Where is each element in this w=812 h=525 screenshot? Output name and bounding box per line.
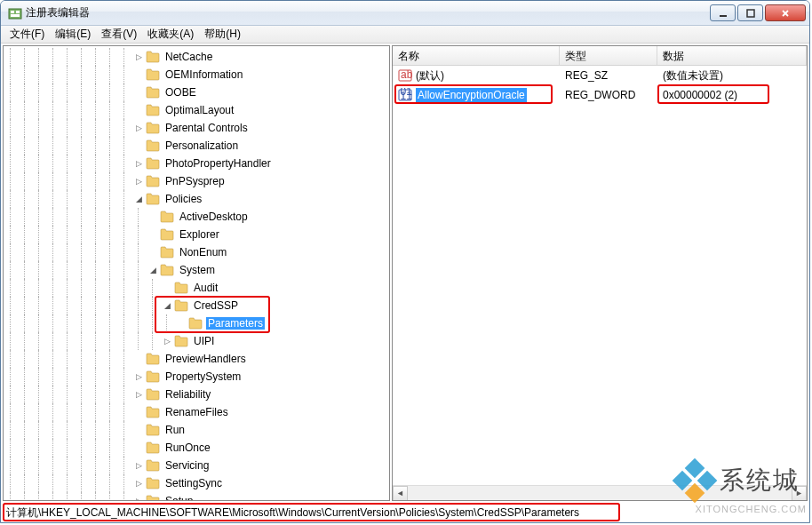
expander-icon[interactable] bbox=[131, 387, 146, 402]
expander-icon[interactable] bbox=[131, 103, 146, 117]
expander-icon[interactable] bbox=[131, 192, 146, 206]
menubar: 文件(F) 编辑(E) 查看(V) 收藏夹(A) 帮助(H) bbox=[1, 26, 809, 44]
tree-label: OOBE bbox=[163, 86, 198, 99]
tree-item-runonce[interactable]: RunOnce bbox=[4, 439, 389, 457]
expander-icon[interactable] bbox=[146, 263, 160, 277]
tree-item-pnpsysprep[interactable]: PnPSysprep bbox=[4, 172, 389, 190]
expander-icon[interactable] bbox=[131, 476, 146, 490]
list-header[interactable]: 名称 类型 数据 bbox=[393, 46, 807, 66]
tree-item-parameters[interactable]: Parameters bbox=[4, 314, 389, 332]
tree-pane[interactable]: NetCacheOEMInformationOOBEOptimalLayoutP… bbox=[3, 45, 390, 501]
menu-favorites[interactable]: 收藏夹(A) bbox=[142, 25, 199, 44]
registry-tree: NetCacheOEMInformationOOBEOptimalLayoutP… bbox=[4, 46, 389, 501]
close-button[interactable] bbox=[765, 4, 806, 21]
tree-item-nonenum[interactable]: NonEnum bbox=[4, 243, 389, 261]
tree-label: NetCache bbox=[163, 51, 214, 63]
expander-icon[interactable] bbox=[131, 174, 146, 188]
horizontal-scrollbar[interactable]: ◄ ► bbox=[393, 485, 807, 500]
tree-item-audit[interactable]: Audit bbox=[4, 279, 389, 297]
svg-rect-0 bbox=[9, 9, 21, 19]
maximize-button[interactable] bbox=[737, 4, 763, 21]
tree-item-oobe[interactable]: OOBE bbox=[4, 84, 389, 101]
app-icon bbox=[8, 6, 22, 20]
tree-label: ActiveDesktop bbox=[178, 211, 250, 223]
tree-item-netcache[interactable]: NetCache bbox=[4, 48, 389, 66]
tree-label: System bbox=[178, 264, 217, 276]
titlebar[interactable]: 注册表编辑器 bbox=[1, 1, 809, 26]
tree-item-oeminformation[interactable]: OEMInformation bbox=[4, 66, 389, 84]
value-row[interactable]: ab(默认)REG_SZ(数值未设置) bbox=[393, 66, 807, 85]
value-name-cell: ab(默认) bbox=[393, 68, 560, 84]
menu-view[interactable]: 查看(V) bbox=[96, 25, 142, 44]
expander-icon[interactable] bbox=[160, 334, 174, 348]
expander-icon[interactable] bbox=[131, 352, 146, 366]
minimize-button[interactable] bbox=[710, 4, 736, 21]
tree-item-previewhandlers[interactable]: PreviewHandlers bbox=[4, 350, 389, 368]
tree-item-explorer[interactable]: Explorer bbox=[4, 226, 389, 243]
tree-item-parental-controls[interactable]: Parental Controls bbox=[4, 119, 389, 137]
tree-label: PnPSysprep bbox=[163, 175, 227, 187]
values-pane: 名称 类型 数据 ab(默认)REG_SZ(数值未设置)011110AllowE… bbox=[392, 45, 808, 501]
tree-item-system[interactable]: System bbox=[4, 261, 389, 279]
expander-icon[interactable] bbox=[131, 370, 146, 384]
expander-icon[interactable] bbox=[160, 298, 174, 313]
value-name: (默认) bbox=[416, 68, 444, 84]
expander-icon[interactable] bbox=[131, 441, 146, 455]
menu-file[interactable]: 文件(F) bbox=[4, 25, 50, 44]
tree-item-run[interactable]: Run bbox=[4, 421, 389, 439]
tree-label: PropertySystem bbox=[163, 370, 243, 383]
expander-icon[interactable] bbox=[131, 405, 146, 419]
tree-item-settingsync[interactable]: SettingSync bbox=[4, 474, 389, 492]
expander-icon[interactable] bbox=[131, 494, 146, 501]
scroll-right-button[interactable]: ► bbox=[792, 486, 807, 501]
expander-icon[interactable] bbox=[174, 316, 188, 330]
tree-label: OEMInformation bbox=[163, 68, 244, 81]
svg-rect-3 bbox=[11, 14, 20, 17]
tree-label: Personalization bbox=[163, 139, 240, 152]
tree-label: Parental Controls bbox=[163, 122, 250, 134]
tree-label: PreviewHandlers bbox=[163, 353, 248, 365]
value-type-cell: REG_SZ bbox=[560, 69, 657, 82]
tree-item-servicing[interactable]: Servicing bbox=[4, 457, 389, 474]
scroll-left-button[interactable]: ◄ bbox=[393, 486, 408, 501]
client-area: NetCacheOEMInformationOOBEOptimalLayoutP… bbox=[1, 44, 809, 503]
expander-icon[interactable] bbox=[131, 139, 146, 153]
expander-icon[interactable] bbox=[131, 156, 146, 171]
expander-icon[interactable] bbox=[131, 68, 146, 82]
tree-item-personalization[interactable]: Personalization bbox=[4, 137, 389, 155]
col-name[interactable]: 名称 bbox=[393, 46, 560, 65]
path-display[interactable] bbox=[6, 505, 804, 521]
expander-icon[interactable] bbox=[131, 85, 146, 99]
tree-label: Explorer bbox=[178, 228, 221, 241]
tree-item-activedesktop[interactable]: ActiveDesktop bbox=[4, 208, 389, 226]
tree-label: Servicing bbox=[163, 459, 211, 472]
expander-icon[interactable] bbox=[131, 121, 146, 135]
tree-label: Reliability bbox=[163, 388, 212, 401]
col-data[interactable]: 数据 bbox=[657, 46, 807, 65]
expander-icon[interactable] bbox=[146, 227, 160, 242]
value-data: 0x00000002 (2) bbox=[663, 89, 737, 101]
tree-item-setup[interactable]: Setup bbox=[4, 492, 389, 501]
tree-item-reliability[interactable]: Reliability bbox=[4, 386, 389, 403]
value-row[interactable]: 011110AllowEncryptionOracleREG_DWORD0x00… bbox=[393, 85, 807, 105]
tree-item-credssp[interactable]: CredSSP bbox=[4, 297, 389, 314]
menu-edit[interactable]: 编辑(E) bbox=[50, 25, 96, 44]
tree-item-renamefiles[interactable]: RenameFiles bbox=[4, 403, 389, 421]
expander-icon[interactable] bbox=[131, 50, 146, 64]
tree-item-policies[interactable]: Policies bbox=[4, 190, 389, 208]
menu-help[interactable]: 帮助(H) bbox=[199, 25, 246, 44]
values-list[interactable]: ab(默认)REG_SZ(数值未设置)011110AllowEncryption… bbox=[393, 66, 807, 485]
expander-icon[interactable] bbox=[131, 423, 146, 437]
expander-icon[interactable] bbox=[131, 458, 146, 473]
svg-text:ab: ab bbox=[401, 68, 412, 81]
expander-icon[interactable] bbox=[160, 281, 174, 295]
tree-item-uipi[interactable]: UIPI bbox=[4, 332, 389, 350]
tree-label: Audit bbox=[192, 282, 219, 294]
tree-item-propertysystem[interactable]: PropertySystem bbox=[4, 368, 389, 386]
svg-rect-5 bbox=[747, 10, 754, 17]
tree-item-photopropertyhandler[interactable]: PhotoPropertyHandler bbox=[4, 155, 389, 172]
col-type[interactable]: 类型 bbox=[560, 46, 657, 65]
tree-item-optimallayout[interactable]: OptimalLayout bbox=[4, 101, 389, 119]
expander-icon[interactable] bbox=[146, 210, 160, 224]
expander-icon[interactable] bbox=[146, 245, 160, 259]
